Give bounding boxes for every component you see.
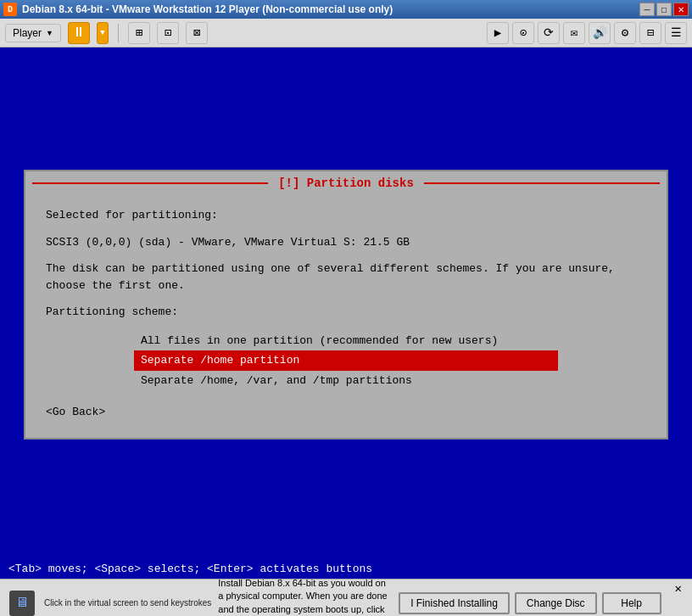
vm-status-bar: <Tab> moves; <Space> selects; <Enter> ac… — [0, 559, 692, 579]
status-text: <Tab> moves; <Space> selects; <Enter> ac… — [8, 563, 372, 575]
window-title: Debian 8.x 64-bit - VMware Workstation 1… — [22, 3, 393, 15]
pause-button[interactable]: ⏸ — [68, 22, 90, 44]
partition-options: All files in one partition (recommended … — [46, 331, 646, 391]
install-help-text: Install Debian 8.x 64-bit as you would o… — [218, 577, 392, 616]
minimize-button[interactable]: ─ — [639, 3, 655, 16]
unity-button[interactable]: ⊠ — [186, 22, 208, 44]
option-home-var-tmp[interactable]: Separate /home, /var, and /tmp partition… — [134, 371, 558, 391]
dialog-title: [!] Partition disks — [275, 176, 417, 190]
option-all-files[interactable]: All files in one partition (recommended … — [134, 331, 558, 351]
scheme-label: Partitioning scheme: — [46, 304, 646, 321]
pause-dropdown-button[interactable]: ▼ — [97, 22, 109, 44]
toolbar: Player ▼ ⏸ ▼ ⊞ ⊡ ⊠ ▶ ⊙ ⟳ ✉ 🔊 ⚙ ⊟ ☰ — [0, 19, 692, 48]
title-bar: D Debian 8.x 64-bit - VMware Workstation… — [0, 0, 692, 19]
vm-thumbnail-icon: 🖥 — [9, 591, 35, 616]
go-back-button[interactable]: <Go Back> — [46, 404, 646, 421]
player-label: Player — [13, 27, 42, 39]
vm-icon-area: 🖥 — [7, 588, 37, 617]
option-home-partition[interactable]: Separate /home partition — [134, 350, 558, 371]
power-button[interactable]: ⟳ — [538, 22, 560, 44]
snapshot-button[interactable]: ⊙ — [512, 22, 534, 44]
window-mode-button[interactable]: ⊞ — [128, 22, 150, 44]
titlebar-left: D Debian 8.x 64-bit - VMware Workstation… — [3, 3, 393, 16]
change-disc-button[interactable]: Change Disc — [515, 592, 597, 614]
close-button[interactable]: ✕ — [673, 3, 689, 16]
player-menu-button[interactable]: Player ▼ — [5, 24, 61, 42]
vm-display[interactable]: [!] Partition disks Selected for partiti… — [0, 48, 692, 579]
app-icon: D — [3, 3, 17, 16]
bottom-actions: I Finished Installing Change Disc Help — [399, 592, 661, 614]
help-button[interactable]: Help — [602, 592, 661, 614]
dialog-title-bar: [!] Partition disks — [25, 171, 667, 193]
partition-dialog: [!] Partition disks Selected for partiti… — [24, 170, 668, 440]
dialog-content: Selected for partitioning: SCSI3 (0,0,0)… — [25, 193, 667, 438]
toolbar-separator-1 — [118, 24, 119, 42]
toolbar-right: ▶ ⊙ ⟳ ✉ 🔊 ⚙ ⊟ ☰ — [487, 22, 687, 44]
click-hint: Click in the virtual screen to send keys… — [44, 598, 211, 608]
disk-info: SCSI3 (0,0,0) (sda) - VMware, VMware Vir… — [46, 234, 646, 251]
close-notification-button[interactable]: ✕ — [672, 580, 685, 597]
bottom-bar: 🖥 Click in the virtual screen to send ke… — [0, 579, 692, 616]
more-button[interactable]: ☰ — [665, 22, 687, 44]
maximize-button[interactable]: □ — [656, 3, 672, 16]
display-button[interactable]: ⊟ — [639, 22, 661, 44]
network-button[interactable]: ✉ — [563, 22, 585, 44]
description: The disk can be partitioned using one of… — [46, 260, 646, 294]
window-controls[interactable]: ─ □ ✕ — [639, 3, 689, 16]
player-dropdown-icon: ▼ — [46, 29, 53, 37]
fullscreen-button[interactable]: ⊡ — [157, 22, 179, 44]
send-keys-button[interactable]: ▶ — [487, 22, 509, 44]
finished-installing-button[interactable]: I Finished Installing — [399, 592, 510, 614]
sound-button[interactable]: 🔊 — [589, 22, 611, 44]
selected-label: Selected for partitioning: — [46, 207, 646, 224]
usb-button[interactable]: ⚙ — [614, 22, 636, 44]
